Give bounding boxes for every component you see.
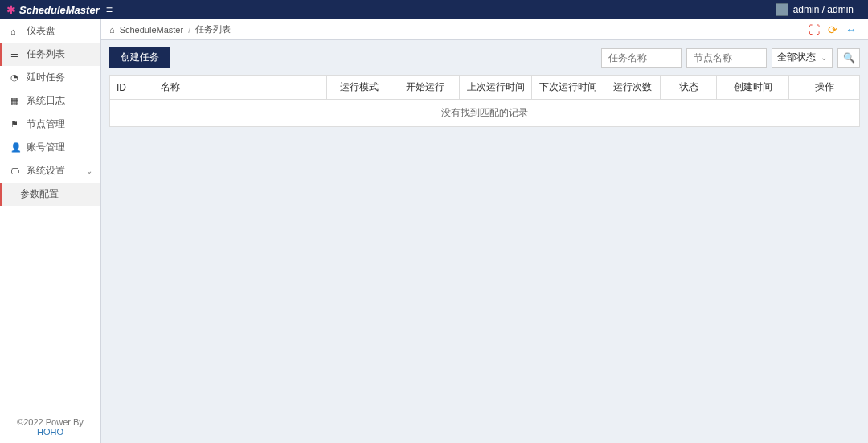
status-select[interactable]: 全部状态 [772,48,833,68]
search-icon: 🔍 [843,52,855,64]
col-nextrun[interactable]: 下次运行时间 [532,76,604,100]
sidebar-item-nodes[interactable]: ⚑ 节点管理 [0,113,100,136]
sidebar-item-tasks[interactable]: ☰ 任务列表 [0,43,100,66]
footer-link[interactable]: HOHO [37,427,63,437]
task-name-input[interactable] [601,48,682,68]
col-created[interactable]: 创建时间 [717,76,789,100]
col-status[interactable]: 状态 [661,76,717,100]
col-id[interactable]: ID [110,76,154,100]
list-icon: ☰ [10,49,20,59]
sidebar-item-label: 系统日志 [27,94,65,108]
col-runmode[interactable]: 运行模式 [327,76,391,100]
empty-message: 没有找到匹配的记录 [110,100,860,127]
expand-icon[interactable]: ↔ [845,23,857,36]
user-menu[interactable]: admin / admin [776,3,862,16]
home-icon: ⌂ [10,27,20,36]
col-lastrun[interactable]: 上次运行时间 [460,76,532,100]
app-logo[interactable]: ✱ ScheduleMaster [6,3,100,16]
breadcrumb-separator: / [188,25,190,35]
grid-icon: ▦ [10,96,20,106]
avatar [776,3,788,16]
search-button[interactable]: 🔍 [837,48,860,68]
breadcrumb: ⌂ ScheduleMaster / 任务列表 [109,23,231,35]
node-name-input[interactable] [686,48,767,68]
sidebar-subitem-params[interactable]: 参数配置 [0,183,100,206]
table-empty-row: 没有找到匹配的记录 [110,100,860,127]
sidebar-item-dashboard[interactable]: ⌂ 仪表盘 [0,19,100,43]
sidebar-item-settings[interactable]: 🖵 系统设置 ⌄ [0,159,100,183]
col-name[interactable]: 名称 [154,76,327,100]
sidebar-item-logs[interactable]: ▦ 系统日志 [0,89,100,113]
chevron-down-icon: ⌄ [86,166,92,175]
user-display: admin / admin [793,4,854,15]
desktop-icon: 🖵 [10,166,20,176]
col-count[interactable]: 运行次数 [604,76,661,100]
user-icon: 👤 [10,142,20,153]
app-name: ScheduleMaster [19,4,100,16]
status-selected-label: 全部状态 [777,51,816,64]
breadcrumb-current: 任务列表 [195,23,231,35]
sidebar-item-delayed[interactable]: ◔ 延时任务 [0,66,100,89]
footer-note: ©2022 Power By HOHO [0,411,100,443]
sidebar-subitem-label: 参数配置 [20,188,59,199]
col-actions[interactable]: 操作 [789,76,860,100]
menu-toggle-icon[interactable]: ≡ [106,3,113,16]
sitemap-icon: ⚑ [10,119,20,129]
refresh-icon[interactable]: ⟳ [828,23,837,36]
task-table: ID 名称 运行模式 开始运行 上次运行时间 下次运行时间 运行次数 状态 创建… [109,75,860,127]
fullscreen-icon[interactable]: ⛶ [809,23,820,36]
home-icon: ⌂ [109,25,115,35]
create-task-button[interactable]: 创建任务 [109,47,170,68]
sidebar-item-label: 延时任务 [27,71,65,84]
sidebar-item-label: 系统设置 [27,164,65,178]
col-start[interactable]: 开始运行 [391,76,460,100]
sidebar-item-label: 节点管理 [27,117,65,131]
sidebar-item-label: 账号管理 [27,141,65,154]
sidebar-item-label: 仪表盘 [27,24,55,38]
sidebar-item-label: 任务列表 [27,47,65,61]
breadcrumb-root[interactable]: ScheduleMaster [120,25,184,35]
sidebar-item-accounts[interactable]: 👤 账号管理 [0,136,100,159]
clock-icon: ◔ [10,72,20,83]
logo-icon: ✱ [6,3,16,16]
